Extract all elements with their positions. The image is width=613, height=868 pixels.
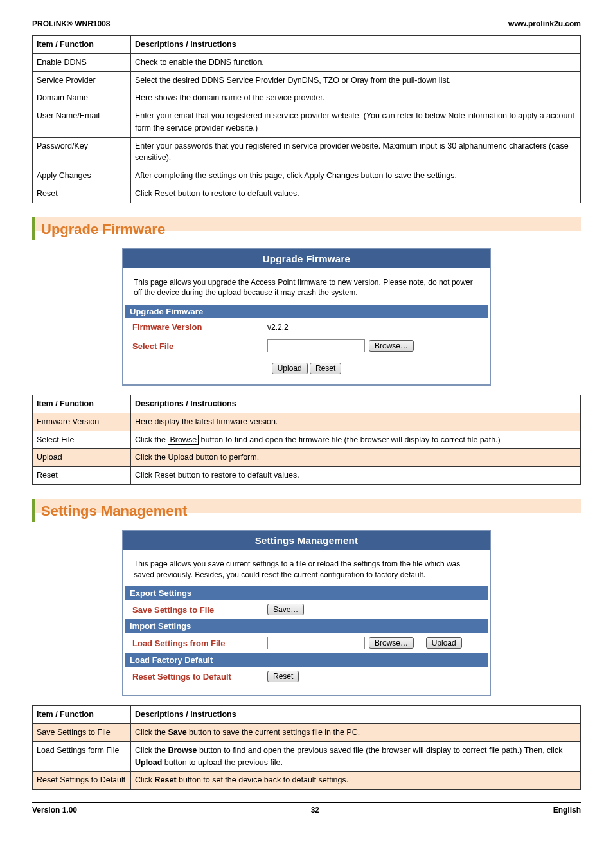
cell-desc: Enter your passwords that you registered… [131, 137, 581, 167]
heading-settings-management: Settings Management [32, 499, 581, 522]
cell-desc: Enter your email that you registered in … [131, 107, 581, 138]
cell-item: Service Provider [33, 71, 131, 89]
upload-button[interactable]: Upload [426, 637, 462, 649]
reset-button[interactable]: Reset [310, 363, 341, 374]
browse-button[interactable]: Browse… [369, 637, 414, 649]
upgrade-table: Item / Function Descriptions / Instructi… [32, 395, 581, 485]
th-item: Item / Function [33, 395, 131, 413]
save-button[interactable]: Save… [267, 604, 304, 615]
th-desc: Descriptions / Instructions [131, 395, 581, 413]
cell-item: Firmware Version [33, 413, 131, 431]
header-left: PROLiNK® WNR1008 [32, 19, 111, 28]
cell-item: Reset [33, 185, 131, 203]
load-settings-label: Load Settings from File [132, 638, 267, 648]
subhead-import: Import Settings [125, 619, 488, 633]
cell-item: Enable DDNS [33, 53, 131, 71]
file-input[interactable] [267, 339, 365, 352]
select-file-label: Select File [132, 341, 267, 351]
cell-item: Reset [33, 467, 131, 485]
heading-upgrade-firmware: Upgrade Firmware [32, 217, 581, 240]
cell-item: Domain Name [33, 89, 131, 107]
settings-table: Item / Function Descriptions / Instructi… [32, 705, 581, 790]
header-right: www.prolink2u.com [508, 19, 581, 28]
browse-button[interactable]: Browse… [369, 340, 414, 352]
panel-title: Settings Management [123, 531, 490, 550]
reset-settings-label: Reset Settings to Default [132, 672, 267, 682]
th-desc: Descriptions / Instructions [131, 36, 581, 54]
cell-desc: After completing the settings on this pa… [131, 167, 581, 185]
cell-desc: Click Reset button to set the device bac… [131, 772, 581, 790]
cell-item: Save Settings to File [33, 724, 131, 742]
cell-item: Load Settings form File [33, 741, 131, 772]
footer-left: Version 1.00 [32, 806, 77, 815]
th-item: Item / Function [33, 36, 131, 54]
cell-desc: Click Reset button to restore to default… [131, 185, 581, 203]
panel-title: Upgrade Firmware [123, 249, 490, 268]
cell-item: Password/Key [33, 137, 131, 167]
cell-desc: Click Reset button to restore to default… [131, 467, 581, 485]
cell-desc: Here shows the domain name of the servic… [131, 89, 581, 107]
cell-desc: Click the Save button to save the curren… [131, 724, 581, 742]
panel-upgrade-firmware: Upgrade Firmware This page allows you up… [122, 248, 491, 386]
firmware-version-label: Firmware Version [132, 322, 267, 332]
panel-intro: This page allows you upgrade the Access … [123, 268, 490, 305]
cell-item: Reset Settings to Default [33, 772, 131, 790]
boxed-browse: Browse [168, 435, 199, 445]
subhead-export: Export Settings [125, 586, 488, 600]
file-input[interactable] [267, 637, 365, 649]
upload-button[interactable]: Upload [272, 363, 308, 374]
page-header: PROLiNK® WNR1008 www.prolink2u.com [32, 19, 581, 30]
cell-desc: Select the desired DDNS Service Provider… [131, 71, 581, 89]
footer-right: English [553, 806, 581, 815]
cell-item: Upload [33, 449, 131, 467]
cell-item: Select File [33, 431, 131, 449]
cell-desc: Here display the latest firmware version… [131, 413, 581, 431]
cell-desc: Click the Browse button to find and open… [131, 741, 581, 772]
th-item: Item / Function [33, 706, 131, 724]
page-footer: Version 1.00 32 English [32, 802, 581, 815]
footer-center: 32 [77, 806, 553, 815]
ddns-table: Item / Function Descriptions / Instructi… [32, 35, 581, 203]
panel-subhead: Upgrade Firmware [125, 305, 488, 318]
th-desc: Descriptions / Instructions [131, 706, 581, 724]
cell-item: Apply Changes [33, 167, 131, 185]
cell-desc: Click the Browse button to find and open… [131, 431, 581, 449]
reset-button[interactable]: Reset [267, 671, 299, 682]
firmware-version-value: v2.2.2 [267, 323, 481, 332]
cell-item: User Name/Email [33, 107, 131, 138]
panel-intro: This page allows you save current settin… [123, 550, 490, 587]
panel-settings-management: Settings Management This page allows you… [122, 530, 491, 697]
cell-desc: Check to enable the DDNS function. [131, 53, 581, 71]
cell-desc: Click the Upload button to perform. [131, 449, 581, 467]
subhead-factory: Load Factory Default [125, 653, 488, 667]
save-settings-label: Save Settings to File [132, 605, 267, 615]
